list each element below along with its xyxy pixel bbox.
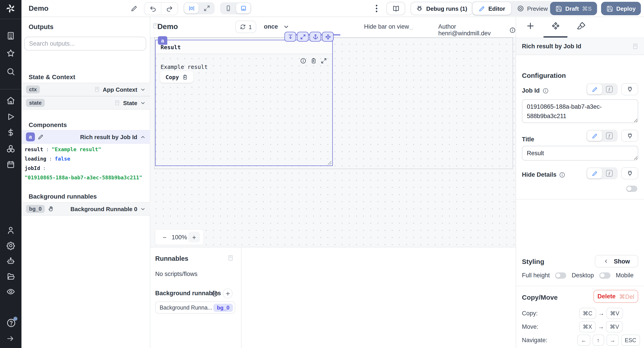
play-icon: [6, 112, 15, 121]
preview-tab[interactable]: Preview: [511, 2, 554, 15]
component-resize-grip[interactable]: [328, 161, 332, 164]
save-draft-button[interactable]: Draft ⌘S: [550, 2, 597, 15]
zoom-in-button[interactable]: +: [188, 232, 200, 242]
undo-button[interactable]: [144, 3, 161, 15]
maximize-icon[interactable]: [321, 58, 327, 64]
app-canvas[interactable]: a Result Example result: [150, 38, 516, 247]
chevron-down-icon[interactable]: [140, 100, 146, 106]
styling-show-button[interactable]: Show: [595, 255, 638, 268]
search-outputs-input[interactable]: [24, 37, 146, 50]
static-mode-button[interactable]: [587, 130, 602, 141]
hide-details-connect-button[interactable]: [621, 167, 638, 179]
sidebar-item-schedules[interactable]: [6, 160, 15, 169]
component-output-row[interactable]: a Rich result by Job Id: [22, 130, 150, 144]
redo-button[interactable]: [161, 3, 178, 15]
outputs-title: Outputs: [28, 23, 54, 30]
component-settings-panel: Rich result by Job Id Configuration Job …: [516, 17, 644, 348]
preview-label: Preview: [527, 5, 548, 12]
plus-icon: [526, 22, 535, 30]
refresh-schedule-select[interactable]: once: [264, 23, 289, 30]
component-toolbar: [300, 58, 327, 64]
sidebar-item-variables[interactable]: [6, 128, 15, 137]
sidebar-item-favorites[interactable]: [6, 49, 15, 58]
desktop-toggle[interactable]: [599, 272, 610, 278]
sidebar-item-workers[interactable]: [6, 257, 15, 266]
sidebar-item-search[interactable]: [6, 67, 15, 76]
edit-component-id-button[interactable]: [38, 134, 44, 140]
tab-component-settings[interactable]: [551, 22, 561, 31]
title-input[interactable]: Result: [522, 146, 638, 160]
result-text: Example result: [160, 64, 208, 70]
smartphone-icon: [225, 5, 232, 12]
sidebar-item-workspace[interactable]: [6, 31, 15, 40]
components-heading: Components: [28, 121, 67, 128]
hide-details-toggle[interactable]: [626, 186, 637, 192]
expression-mode-button[interactable]: ƒ: [602, 130, 617, 141]
sidebar-expand-button[interactable]: [6, 334, 15, 344]
windmill-logo[interactable]: [0, 0, 22, 17]
static-mode-button[interactable]: [587, 84, 602, 94]
ctx-output-row[interactable]: ctx App Context: [22, 83, 150, 96]
info-icon[interactable]: [300, 58, 306, 64]
more-menu-button[interactable]: [373, 4, 380, 14]
refresh-button[interactable]: 1: [235, 20, 256, 33]
copy-result-button[interactable]: Copy: [160, 71, 193, 83]
deploy-button[interactable]: Deploy: [601, 2, 641, 15]
info-icon[interactable]: [212, 290, 218, 297]
selected-component-rich-result[interactable]: a Result Example result: [155, 40, 333, 166]
move-handle[interactable]: [322, 32, 334, 42]
editor-tab[interactable]: Editor: [473, 2, 511, 15]
add-background-runnable-button[interactable]: [223, 288, 232, 298]
delete-component-button[interactable]: Delete ⌘Del: [594, 290, 638, 303]
sidebar-item-folders[interactable]: [6, 272, 15, 281]
full-width-layout-button[interactable]: [200, 3, 214, 14]
tab-styling[interactable]: [577, 22, 587, 31]
sidebar-item-audit[interactable]: [6, 287, 15, 296]
job-id-connect-button[interactable]: [621, 83, 638, 95]
sidebar-item-settings[interactable]: [6, 241, 15, 250]
background-runnable-item[interactable]: Background Runna... bg_0: [155, 302, 235, 314]
title-input-mode-toggle: ƒ: [586, 130, 618, 142]
debug-runs-button[interactable]: Debug runs (1): [410, 2, 472, 15]
full-height-toggle[interactable]: [555, 272, 566, 278]
background-runnable-row[interactable]: bg_0 Background Runnable 0: [22, 202, 150, 216]
component-docs-button[interactable]: [632, 43, 639, 50]
chevron-down-icon[interactable]: [140, 206, 146, 212]
expression-mode-button[interactable]: ƒ: [602, 168, 617, 178]
expression-mode-button[interactable]: ƒ: [602, 84, 617, 94]
zoom-out-button[interactable]: −: [159, 232, 170, 242]
home-icon: [6, 96, 15, 105]
chevron-down-icon[interactable]: [140, 86, 146, 92]
canvas-zoom-bar: − 100% +: [155, 230, 204, 245]
static-mode-button[interactable]: [587, 168, 602, 178]
tab-insert-component[interactable]: [526, 22, 536, 31]
desktop-view-button[interactable]: [236, 3, 250, 14]
info-icon[interactable]: [510, 26, 516, 33]
expand-handle[interactable]: [297, 32, 308, 42]
sidebar-item-runs[interactable]: [6, 112, 15, 121]
title-connect-button[interactable]: [621, 130, 638, 142]
runnables-docs-button[interactable]: [227, 254, 234, 261]
info-icon[interactable]: [559, 172, 566, 178]
move-icon: [325, 34, 331, 40]
anchor-handle[interactable]: [310, 32, 321, 42]
sidebar-item-home[interactable]: [6, 96, 15, 105]
rename-app-button[interactable]: [130, 5, 138, 12]
mobile-view-button[interactable]: [221, 3, 235, 14]
sidebar-item-help[interactable]: [6, 318, 16, 328]
chevron-up-icon[interactable]: [140, 134, 146, 140]
centered-layout-button[interactable]: [184, 3, 198, 14]
expand-down-handle[interactable]: [284, 32, 296, 42]
sidebar-item-resources[interactable]: [6, 144, 15, 153]
clipboard-icon[interactable]: [310, 58, 317, 64]
sidebar-item-users[interactable]: [6, 226, 15, 235]
shortcut-label: Copy:: [522, 310, 538, 317]
state-output-row[interactable]: state State: [22, 96, 150, 110]
outputs-docs-button[interactable]: [152, 22, 159, 29]
desktop-label: Desktop: [572, 272, 594, 279]
job-id-input[interactable]: 01910865-188a-bab7-a3ec-588b9ba3c211: [522, 99, 638, 123]
json-value: "Example result": [52, 146, 101, 152]
key: ⌘V: [606, 321, 623, 332]
info-icon[interactable]: [542, 88, 549, 94]
docs-button[interactable]: [386, 2, 405, 15]
